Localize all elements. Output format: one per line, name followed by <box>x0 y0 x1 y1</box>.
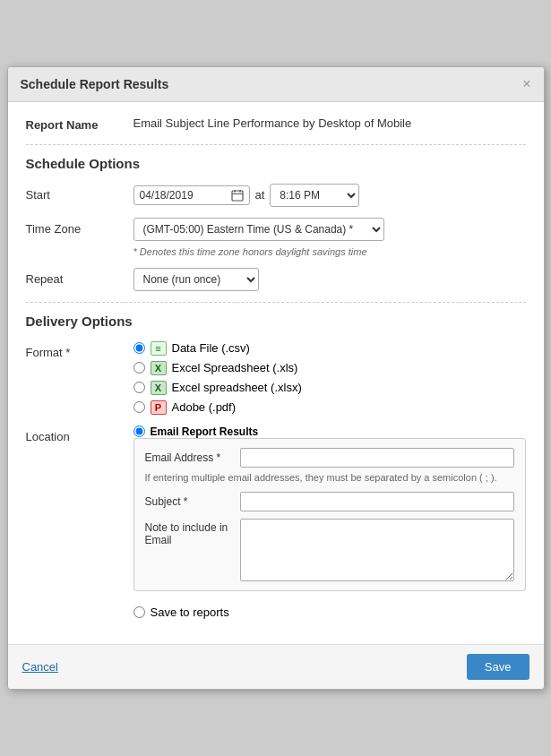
timezone-controls: (GMT-05:00) Eastern Time (US & Canada) *… <box>133 218 526 257</box>
format-options: ≡ Data File (.csv) X Excel Spreadsheet (… <box>133 341 302 415</box>
start-controls: 04/18/2019 at 8:16 PM <box>133 184 526 207</box>
report-name-row: Report Name Email Subject Line Performan… <box>26 116 526 132</box>
divider-1 <box>26 144 526 145</box>
report-name-label: Report Name <box>26 116 133 132</box>
format-row: Format * ≡ Data File (.csv) X Excel Spre… <box>26 341 526 415</box>
save-to-reports-label: Save to reports <box>151 606 229 619</box>
note-row: Note to include in Email <box>145 519 514 581</box>
calendar-icon <box>231 189 244 202</box>
email-option-label: Email Report Results <box>151 425 259 438</box>
repeat-row: Repeat None (run once) <box>26 268 526 291</box>
timezone-label: Time Zone <box>26 218 133 236</box>
repeat-label: Repeat <box>26 268 133 286</box>
repeat-select[interactable]: None (run once) <box>133 268 259 291</box>
svg-rect-0 <box>232 191 243 201</box>
pdf-icon: P <box>151 400 167 415</box>
location-row: Location Email Report Results Email Addr… <box>26 425 526 619</box>
format-radio-xls[interactable] <box>133 362 145 374</box>
dialog-title: Schedule Report Results <box>21 77 169 91</box>
start-label: Start <box>26 184 133 202</box>
subject-input[interactable] <box>240 492 514 511</box>
start-row: Start 04/18/2019 at 8:16 PM <box>26 184 526 207</box>
note-textarea[interactable] <box>240 519 514 581</box>
location-radio-save[interactable] <box>133 606 145 618</box>
date-input-box[interactable]: 04/18/2019 <box>133 185 250 205</box>
email-option-wrapper: Email Report Results Email Address * If … <box>133 425 526 591</box>
report-name-value: Email Subject Line Performance by Deskto… <box>133 116 412 130</box>
csv-icon: ≡ <box>151 341 167 356</box>
email-address-label: Email Address * <box>145 451 235 464</box>
format-label-csv: Data File (.csv) <box>172 341 250 355</box>
timezone-row: Time Zone (GMT-05:00) Eastern Time (US &… <box>26 218 526 257</box>
email-address-row: Email Address * <box>145 448 514 468</box>
format-label-xlsx: Excel spreadsheet (.xlsx) <box>172 381 302 394</box>
time-select[interactable]: 8:16 PM <box>270 184 359 207</box>
start-inner: 04/18/2019 at 8:16 PM <box>133 184 526 207</box>
format-radio-pdf[interactable] <box>133 401 145 413</box>
delivery-options-title: Delivery Options <box>26 314 526 329</box>
schedule-options-title: Schedule Options <box>26 156 526 171</box>
subject-label: Subject * <box>145 495 235 508</box>
subject-row: Subject * <box>145 492 514 511</box>
email-option: Email Report Results <box>133 425 526 438</box>
format-option-csv: ≡ Data File (.csv) <box>133 341 302 356</box>
location-controls: Email Report Results Email Address * If … <box>133 425 526 619</box>
timezone-note: * Denotes this time zone honors daylight… <box>133 246 526 257</box>
format-label: Format * <box>26 341 133 359</box>
format-radio-xlsx[interactable] <box>133 382 145 393</box>
date-value: 04/18/2019 <box>140 189 228 202</box>
save-button[interactable]: Save <box>467 654 529 680</box>
note-label: Note to include in Email <box>145 519 235 546</box>
at-label: at <box>255 188 265 202</box>
format-label-pdf: Adobe (.pdf) <box>172 400 237 414</box>
xls-icon: X <box>151 361 167 375</box>
format-option-pdf: P Adobe (.pdf) <box>133 400 302 415</box>
format-label-xls: Excel Spreadsheet (.xls) <box>172 361 298 374</box>
email-report-box: Email Address * If entering multiple ema… <box>133 438 526 591</box>
dialog-footer: Cancel Save <box>8 644 544 689</box>
repeat-controls: None (run once) <box>133 268 526 291</box>
cancel-button[interactable]: Cancel <box>22 660 58 674</box>
location-radio-email[interactable] <box>133 425 145 437</box>
xlsx-icon: X <box>151 381 167 395</box>
location-section: Email Report Results Email Address * If … <box>133 425 526 619</box>
dialog-body: Report Name Email Subject Line Performan… <box>8 102 544 644</box>
location-label: Location <box>26 425 133 443</box>
format-radio-csv[interactable] <box>133 342 145 354</box>
format-option-xlsx: X Excel spreadsheet (.xlsx) <box>133 381 302 395</box>
timezone-select[interactable]: (GMT-05:00) Eastern Time (US & Canada) * <box>133 218 384 241</box>
save-to-reports-option: Save to reports <box>133 606 526 619</box>
divider-2 <box>26 302 526 303</box>
email-address-input[interactable] <box>240 448 514 468</box>
schedule-report-dialog: Schedule Report Results × Report Name Em… <box>7 66 545 690</box>
format-option-xls: X Excel Spreadsheet (.xls) <box>133 361 302 375</box>
email-note: If entering multiple email addresses, th… <box>145 471 514 485</box>
close-button[interactable]: × <box>522 76 530 92</box>
dialog-header: Schedule Report Results × <box>8 67 544 102</box>
